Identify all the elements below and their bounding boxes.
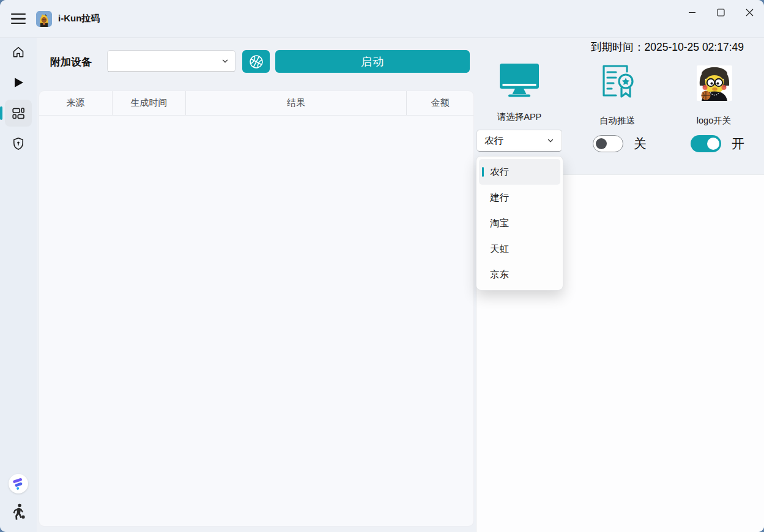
maximize-button[interactable]	[707, 0, 735, 24]
right-panel: 到期时间：2025-10-25 02:17:49 请选择APP 农行	[476, 38, 764, 532]
close-button[interactable]	[735, 0, 764, 24]
logo-switch-toggle[interactable]	[691, 135, 721, 152]
sidebar	[0, 38, 37, 532]
app-select-dropdown: 农行 建行 淘宝 天虹 京东	[476, 156, 563, 290]
app-select-label: 请选择APP	[476, 111, 563, 123]
sidebar-item-home[interactable]	[5, 39, 32, 65]
basketball-icon	[248, 54, 264, 70]
sidebar-item-flomo[interactable]	[9, 474, 28, 493]
column-header-amount: 金额	[407, 91, 473, 115]
main-area: 附加设备 启动 来源 生成时间 结果	[37, 38, 476, 532]
close-icon	[746, 9, 754, 17]
titlebar: i-Kun拉码	[0, 0, 764, 38]
sidebar-item-run[interactable]	[5, 69, 32, 96]
start-button[interactable]: 启动	[275, 50, 470, 73]
auto-push-state: 关	[634, 135, 647, 152]
minimize-button[interactable]	[678, 0, 707, 24]
shield-keyhole-icon	[11, 136, 26, 151]
expiry-value: 2025-10-25 02:17:49	[645, 41, 744, 53]
sidebar-item-security[interactable]	[5, 130, 32, 157]
column-header-source: 来源	[39, 91, 113, 115]
column-header-result: 结果	[186, 91, 407, 115]
logo-switch-state: 开	[732, 135, 744, 152]
dropdown-option-jianhang[interactable]: 建行	[477, 185, 563, 210]
home-icon	[11, 45, 26, 59]
chevron-down-icon	[221, 57, 229, 65]
toggle-knob	[707, 138, 719, 150]
sidebar-item-player[interactable]	[10, 503, 27, 525]
play-icon	[11, 75, 26, 90]
dropdown-option-jingdong[interactable]: 京东	[477, 262, 563, 287]
dropdown-option-taobao[interactable]: 淘宝	[477, 210, 563, 236]
app-select[interactable]: 农行	[477, 130, 562, 152]
dashboard-grid-icon	[11, 106, 26, 120]
device-select[interactable]	[107, 50, 236, 72]
auto-push-label: 自动推送	[574, 115, 661, 127]
window-controls	[678, 0, 764, 37]
toggle-knob	[596, 138, 607, 149]
dropdown-option-tianhong[interactable]: 天虹	[477, 236, 563, 262]
dropdown-option-nonghang[interactable]: 农行	[479, 159, 560, 185]
sidebar-bottom	[9, 474, 28, 525]
app-logo-icon	[36, 11, 52, 27]
flomo-logo-icon	[9, 475, 28, 493]
app-select-value: 农行	[484, 135, 503, 147]
window-title: i-Kun拉码	[58, 13, 100, 24]
menu-icon[interactable]	[11, 13, 27, 25]
maximize-icon	[717, 9, 725, 17]
device-label: 附加设备	[50, 55, 92, 69]
monitor-icon	[498, 63, 541, 98]
minimize-icon	[688, 9, 696, 17]
logo-switch-row: 开	[691, 135, 744, 152]
basketball-player-icon	[10, 503, 27, 522]
certificate-icon	[600, 64, 637, 102]
table-header-row: 来源 生成时间 结果 金额	[39, 91, 473, 116]
kun-avatar-image	[697, 65, 732, 101]
expiry-label: 到期时间：	[591, 41, 645, 53]
auto-push-row: 关	[593, 135, 647, 152]
logo-switch-label: logo开关	[671, 115, 757, 127]
app-window: i-Kun拉码	[0, 0, 764, 532]
chevron-down-icon	[547, 137, 554, 144]
auto-push-toggle[interactable]	[593, 135, 623, 152]
sidebar-item-dashboard[interactable]	[5, 100, 32, 127]
basketball-button[interactable]	[242, 50, 270, 73]
results-table: 来源 生成时间 结果 金额	[39, 91, 474, 526]
expiry-time: 到期时间：2025-10-25 02:17:49	[591, 40, 744, 54]
column-header-time: 生成时间	[113, 91, 186, 115]
